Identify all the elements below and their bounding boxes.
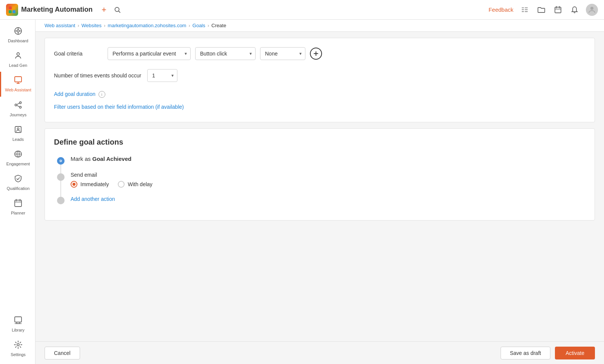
svg-point-50 (62, 161, 62, 161)
svg-point-23 (17, 53, 20, 56)
cancel-button[interactable]: Cancel (45, 347, 80, 359)
sidebar-item-settings[interactable]: Settings (0, 336, 35, 361)
sidebar-settings-label: Settings (11, 352, 26, 357)
svg-point-18 (17, 30, 19, 32)
goal-criteria-dropdown1-wrapper: Performs a particular event ▾ (108, 47, 191, 60)
with-delay-radio-circle (118, 181, 125, 188)
goal-criteria-card: Goal criteria Performs a particular even… (45, 38, 595, 122)
immediately-radio[interactable]: Immediately (71, 181, 109, 188)
main-content: Web assistant › Websites › marketingauto… (35, 20, 604, 364)
with-delay-label: With delay (128, 181, 152, 187)
number-of-times-dropdown[interactable]: 1 (147, 69, 177, 82)
sidebar-web-assistant-label: Web Assistant (5, 88, 31, 93)
sidebar-item-lead-gen[interactable]: Lead Gen (0, 47, 35, 72)
svg-point-51 (60, 160, 60, 160)
mark-as-label: Mark as (71, 156, 92, 162)
svg-point-49 (60, 161, 60, 161)
svg-rect-36 (15, 200, 22, 207)
svg-rect-7 (525, 8, 528, 8)
sidebar-item-leads[interactable]: Leads (0, 121, 35, 146)
breadcrumb-sep-0: › (77, 23, 79, 28)
settings-icon (14, 340, 23, 351)
svg-point-48 (60, 162, 61, 162)
journeys-icon (14, 100, 23, 111)
breadcrumb-item-1[interactable]: Websites (82, 23, 102, 28)
with-delay-radio[interactable]: With delay (118, 181, 152, 188)
goal-criteria-label: Goal criteria (54, 51, 103, 57)
search-icon[interactable] (112, 5, 123, 15)
qualification-icon (14, 174, 23, 185)
add-icon[interactable]: + (99, 5, 109, 15)
leads-icon (14, 125, 23, 136)
svg-rect-40 (15, 317, 22, 322)
breadcrumb: Web assistant › Websites › marketingauto… (35, 20, 604, 32)
breadcrumb-item-3[interactable]: Goals (193, 23, 205, 28)
sidebar-item-journeys[interactable]: Journeys (0, 97, 35, 121)
goal-criteria-dropdown1[interactable]: Performs a particular event (108, 47, 191, 60)
add-goal-duration-link[interactable]: Add goal duration (54, 91, 96, 97)
svg-point-29 (20, 106, 22, 108)
planner-icon (14, 199, 23, 209)
number-of-times-row: Number of times events should occur 1 ▾ (54, 69, 586, 82)
filter-users-link[interactable]: Filter users based on their field inform… (54, 104, 184, 110)
svg-point-53 (61, 160, 62, 160)
sidebar-engagement-label: Engagement (6, 162, 30, 167)
sidebar-item-planner[interactable]: Planner (0, 195, 35, 219)
goal-duration-info-icon[interactable]: i (99, 91, 105, 98)
topbar-actions: + (99, 5, 123, 15)
svg-point-33 (17, 128, 19, 130)
sidebar-lead-gen-label: Lead Gen (9, 63, 27, 68)
bell-icon[interactable] (569, 5, 580, 15)
footer-right: Save as draft Activate (501, 347, 595, 359)
filter-users-row: Filter users based on their field inform… (54, 104, 586, 110)
add-criteria-button[interactable] (310, 48, 322, 60)
breadcrumb-sep-1: › (104, 23, 105, 28)
activate-button[interactable]: Activate (555, 347, 595, 359)
save-draft-button[interactable]: Save as draft (501, 347, 551, 359)
sidebar-item-dashboard[interactable]: Dashboard (0, 23, 35, 47)
svg-point-27 (15, 104, 17, 106)
list-icon[interactable] (519, 5, 530, 15)
sidebar-item-qualification[interactable]: Qualification (0, 170, 35, 195)
folder-icon[interactable] (536, 5, 547, 15)
sidebar-item-web-assistant[interactable]: Web Assistant (0, 72, 35, 96)
send-email-radio-group: Immediately With delay (71, 181, 586, 188)
svg-rect-11 (525, 11, 528, 12)
goal-achieved-dot (57, 157, 65, 165)
engagement-icon (14, 150, 23, 160)
goal-achieved-bold: Goal Achieved (92, 156, 132, 162)
send-email-item: Send email Immediately With delay (57, 172, 586, 197)
send-email-content: Send email Immediately With delay (71, 172, 586, 197)
goal-criteria-dropdown2-wrapper: Button click ▾ (195, 47, 256, 60)
sidebar-qualification-label: Qualification (7, 186, 30, 191)
add-action-content: Add another action (71, 195, 586, 211)
goal-actions-card: Define goal actions (45, 128, 595, 221)
avatar[interactable] (586, 4, 598, 16)
goal-criteria-row: Goal criteria Performs a particular even… (54, 47, 586, 60)
svg-point-54 (60, 161, 60, 162)
topbar-right: Feedback (488, 4, 598, 16)
svg-rect-9 (525, 9, 528, 10)
sidebar-item-library[interactable]: Library (0, 312, 35, 336)
lead-gen-icon (14, 51, 23, 62)
send-email-dot (57, 173, 65, 181)
sidebar-leads-label: Leads (12, 137, 24, 142)
sidebar-item-engagement[interactable]: Engagement (0, 146, 35, 170)
breadcrumb-item-2[interactable]: marketingautomation.zohosites.com (108, 23, 186, 28)
goal-criteria-dropdown3[interactable]: None (260, 47, 305, 60)
breadcrumb-item-4: Create (211, 23, 226, 28)
add-another-action-link[interactable]: Add another action (71, 196, 115, 202)
topbar: Marketing Automation + Feedback (0, 0, 604, 20)
breadcrumb-sep-3: › (208, 23, 209, 28)
calendar-icon[interactable] (553, 5, 563, 15)
svg-line-30 (17, 103, 20, 105)
svg-rect-10 (522, 11, 524, 12)
breadcrumb-item-0[interactable]: Web assistant (45, 23, 75, 28)
add-another-action-item: Add another action (57, 195, 586, 211)
svg-point-42 (17, 344, 19, 346)
number-of-times-dropdown-wrapper: 1 ▾ (147, 69, 177, 82)
svg-line-31 (17, 105, 20, 107)
goal-criteria-dropdown2[interactable]: Button click (195, 47, 256, 60)
web-assistant-icon (14, 76, 23, 86)
feedback-button[interactable]: Feedback (488, 6, 513, 13)
